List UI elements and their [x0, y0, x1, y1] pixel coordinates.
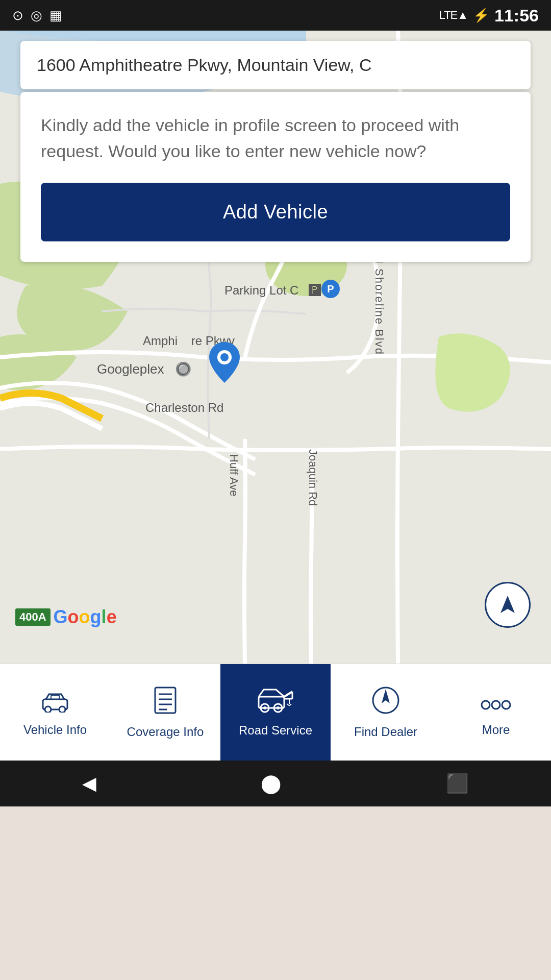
svg-line-19: [284, 692, 292, 697]
map-container[interactable]: Shoreline Amphitheatre Parking Lot C 🅿 A…: [0, 31, 551, 664]
more-dots-icon: [478, 688, 514, 719]
android-navigation-bar: ◀ ⬤ ⬛: [0, 761, 551, 806]
back-button[interactable]: ◀: [82, 773, 96, 794]
status-bar-right: LTE▲ ⚡ 11:56: [439, 6, 539, 26]
route-badge: 400A: [15, 608, 51, 626]
address-bar[interactable]: 1600 Amphitheatre Pkwy, Mountain View, C: [20, 41, 531, 89]
svg-point-29: [492, 701, 500, 709]
add-vehicle-button[interactable]: Add Vehicle: [41, 183, 510, 241]
location-icon: ⊙: [12, 8, 23, 23]
svg-point-28: [482, 701, 490, 709]
svg-point-30: [502, 701, 510, 709]
svg-point-25: [277, 706, 280, 709]
navigation-icon: [371, 686, 400, 721]
more-label: More: [482, 723, 510, 737]
time-display: 11:56: [494, 6, 539, 26]
status-bar: ⊙ ◎ ▦ LTE▲ ⚡ 11:56: [0, 0, 551, 31]
find-dealer-label: Find Dealer: [354, 725, 417, 739]
coverage-info-label: Coverage Info: [127, 725, 204, 739]
address-text: 1600 Amphitheatre Pkwy, Mountain View, C: [37, 55, 371, 75]
nav-item-find-dealer[interactable]: Find Dealer: [331, 664, 441, 761]
nav-item-more[interactable]: More: [441, 664, 551, 761]
google-wordmark: Google: [54, 606, 117, 628]
camera-icon: ◎: [31, 8, 42, 23]
lte-icon: LTE▲: [439, 9, 468, 22]
nav-item-vehicle-info[interactable]: Vehicle Info: [0, 664, 110, 761]
location-pin: [209, 342, 240, 385]
sim-icon: ▦: [49, 8, 62, 23]
svg-point-23: [263, 706, 266, 709]
dialog-message: Kindly add the vehicle in profile screen…: [41, 112, 510, 164]
tow-truck-icon: [258, 688, 293, 719]
navigation-arrow-button[interactable]: [485, 582, 531, 628]
recents-button[interactable]: ⬛: [446, 773, 469, 794]
svg-point-11: [59, 706, 65, 713]
svg-point-8: [220, 353, 229, 361]
bottom-navigation: Vehicle Info Coverage Info: [0, 664, 551, 761]
road-service-label: Road Service: [239, 723, 312, 738]
vehicle-info-label: Vehicle Info: [23, 723, 87, 737]
parking-icon: P: [321, 280, 340, 298]
battery-icon: ⚡: [473, 8, 489, 23]
home-button[interactable]: ⬤: [261, 773, 281, 794]
svg-point-10: [45, 706, 51, 713]
dialog-box: Kindly add the vehicle in profile screen…: [20, 92, 531, 262]
svg-rect-18: [259, 697, 284, 708]
document-icon: [154, 686, 177, 721]
car-icon: [41, 688, 69, 719]
google-logo: 400A Google: [15, 606, 117, 628]
status-bar-left: ⊙ ◎ ▦: [12, 8, 62, 23]
nav-item-road-service[interactable]: Road Service: [220, 664, 331, 761]
nav-item-coverage-info[interactable]: Coverage Info: [110, 664, 220, 761]
